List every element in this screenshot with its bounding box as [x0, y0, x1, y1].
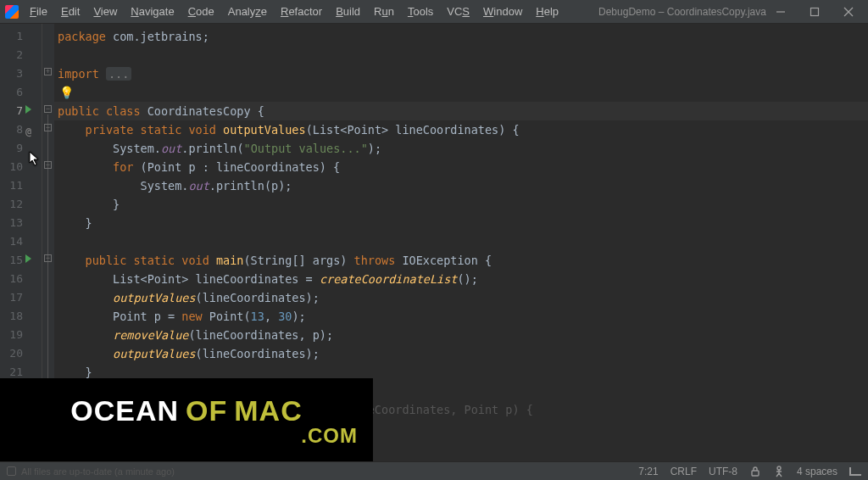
main-menu: File Edit View Navigate Code Analyze Ref…: [24, 3, 565, 20]
fold-toggle-icon[interactable]: +: [44, 68, 52, 75]
gutter-row: 1: [0, 27, 42, 46]
maximize-button[interactable]: [800, 3, 829, 21]
menu-file[interactable]: File: [24, 3, 53, 20]
svg-rect-4: [752, 471, 759, 476]
titlebar: File Edit View Navigate Code Analyze Ref…: [0, 0, 868, 24]
file-encoding[interactable]: UTF-8: [709, 466, 737, 477]
menu-tools[interactable]: Tools: [402, 3, 439, 20]
svg-rect-1: [811, 8, 819, 15]
inspections-icon[interactable]: [773, 466, 785, 477]
indent-info[interactable]: 4 spaces: [797, 466, 837, 477]
run-gutter-icon[interactable]: [25, 105, 31, 114]
fold-toggle-icon[interactable]: −: [44, 105, 52, 113]
fold-toggle-icon[interactable]: −: [44, 161, 52, 169]
current-line: public class CoordinatesCopy {: [54, 102, 868, 120]
intention-bulb-icon[interactable]: 💡: [59, 83, 74, 102]
watermark-overlay: OCEANOFMAC .COM: [0, 378, 373, 463]
menu-analyze[interactable]: Analyze: [222, 3, 273, 20]
watermark-text: OCEAN: [70, 394, 179, 427]
menu-navigate[interactable]: Navigate: [125, 3, 180, 20]
folded-imports[interactable]: ...: [106, 67, 131, 81]
ide-status-icon[interactable]: [849, 467, 861, 476]
caret-position[interactable]: 7:21: [638, 466, 658, 477]
close-button[interactable]: [834, 3, 863, 21]
vcs-status-icon: [7, 466, 16, 476]
readonly-lock-icon[interactable]: [749, 466, 761, 477]
fold-toggle-icon[interactable]: −: [44, 254, 52, 262]
menu-vcs[interactable]: VCS: [441, 3, 476, 20]
status-bar: All files are up-to-date (a minute ago) …: [0, 461, 868, 480]
svg-point-5: [777, 466, 781, 470]
app-icon: [5, 5, 19, 19]
run-gutter-icon[interactable]: [25, 254, 31, 263]
menu-build[interactable]: Build: [330, 3, 366, 20]
window-title: DebugDemo – CoordinatesCopy.java – Intel…: [565, 6, 766, 18]
fold-toggle-icon[interactable]: −: [44, 124, 52, 131]
vcs-status-text: All files are up-to-date (a minute ago): [21, 466, 175, 477]
menu-window[interactable]: Window: [477, 3, 528, 20]
override-gutter-icon[interactable]: @: [25, 122, 31, 141]
window-controls: [766, 3, 863, 21]
menu-help[interactable]: Help: [530, 3, 565, 20]
menu-refactor[interactable]: Refactor: [275, 3, 328, 20]
menu-view[interactable]: View: [87, 3, 123, 20]
menu-run[interactable]: Run: [368, 3, 400, 20]
minimize-button[interactable]: [766, 3, 795, 21]
line-separator[interactable]: CRLF: [670, 466, 697, 477]
menu-code[interactable]: Code: [182, 3, 220, 20]
menu-edit[interactable]: Edit: [55, 3, 86, 20]
current-line-gutter: 7: [0, 102, 42, 120]
